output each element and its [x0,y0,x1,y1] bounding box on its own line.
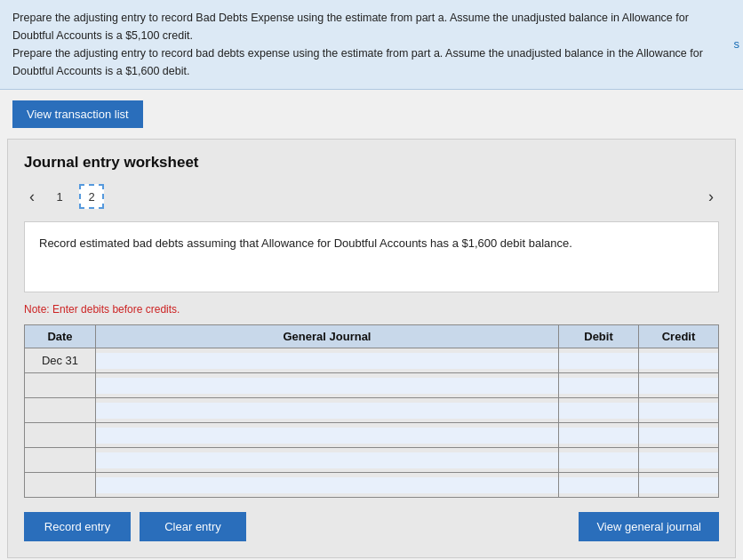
clear-entry-button[interactable]: Clear entry [140,512,246,541]
debit-cell-3[interactable] [559,398,639,423]
journal-cell-6[interactable] [96,473,559,498]
credit-input-1[interactable] [639,353,718,369]
journal-input-5[interactable] [96,452,558,468]
date-cell-1: Dec 31 [25,348,96,373]
credit-input-6[interactable] [639,477,718,493]
table-row [25,423,719,448]
credit-cell-5[interactable] [639,448,719,473]
col-header-debit: Debit [559,325,639,348]
journal-cell-4[interactable] [96,423,559,448]
col-header-credit: Credit [639,325,719,348]
journal-input-1[interactable] [96,353,558,369]
debit-cell-1[interactable] [559,348,639,373]
table-row [25,473,719,498]
worksheet-nav: ‹ 1 2 › [24,184,719,209]
action-buttons-row: Record entry Clear entry View general jo… [24,512,719,541]
journal-cell-2[interactable] [96,373,559,398]
debit-input-2[interactable] [559,378,638,394]
debit-cell-4[interactable] [559,423,639,448]
table-row [25,398,719,423]
date-cell-3 [25,398,96,423]
scroll-indicator[interactable]: s [734,36,740,54]
journal-entry-worksheet: Journal entry worksheet ‹ 1 2 › Record e… [7,139,736,558]
journal-cell-5[interactable] [96,448,559,473]
col-header-date: Date [25,325,96,348]
date-cell-6 [25,473,96,498]
journal-input-4[interactable] [96,428,558,444]
record-entry-button[interactable]: Record entry [24,512,131,541]
credit-cell-3[interactable] [639,398,719,423]
col-header-journal: General Journal [96,325,559,348]
date-cell-5 [25,448,96,473]
debit-input-5[interactable] [559,452,638,468]
debit-input-1[interactable] [559,353,638,369]
credit-cell-4[interactable] [639,423,719,448]
date-cell-4 [25,423,96,448]
prev-page-button[interactable]: ‹ [24,186,40,208]
worksheet-title: Journal entry worksheet [24,154,719,172]
journal-input-6[interactable] [96,477,558,493]
journal-table: Date General Journal Debit Credit Dec 31 [24,324,719,498]
next-page-button[interactable]: › [703,186,719,208]
journal-input-3[interactable] [96,403,558,419]
description-box: Record estimated bad debts assuming that… [24,221,719,292]
debit-input-3[interactable] [559,403,638,419]
table-row [25,448,719,473]
page-1-button[interactable]: 1 [47,184,72,209]
journal-cell-3[interactable] [96,398,559,423]
credit-input-4[interactable] [639,428,718,444]
journal-input-2[interactable] [96,378,558,394]
date-cell-2 [25,373,96,398]
info-line1: Prepare the adjusting entry to record Ba… [12,9,731,44]
page-2-button[interactable]: 2 [79,184,104,209]
debit-cell-5[interactable] [559,448,639,473]
credit-input-5[interactable] [639,452,718,468]
info-line2: Prepare the adjusting entry to record ba… [12,44,731,80]
credit-cell-6[interactable] [639,473,719,498]
view-transaction-button[interactable]: View transaction list [12,100,143,128]
credit-input-2[interactable] [639,378,718,394]
journal-cell-1[interactable] [96,348,559,373]
credit-cell-1[interactable] [639,348,719,373]
debit-input-6[interactable] [559,477,638,493]
table-row: Dec 31 [25,348,719,373]
debit-input-4[interactable] [559,428,638,444]
top-info-panel: Prepare the adjusting entry to record Ba… [0,0,743,90]
debit-cell-2[interactable] [559,373,639,398]
note-text: Note: Enter debits before credits. [24,303,719,316]
view-general-journal-button[interactable]: View general journal [579,512,719,541]
table-row [25,373,719,398]
credit-cell-2[interactable] [639,373,719,398]
credit-input-3[interactable] [639,403,718,419]
debit-cell-6[interactable] [559,473,639,498]
